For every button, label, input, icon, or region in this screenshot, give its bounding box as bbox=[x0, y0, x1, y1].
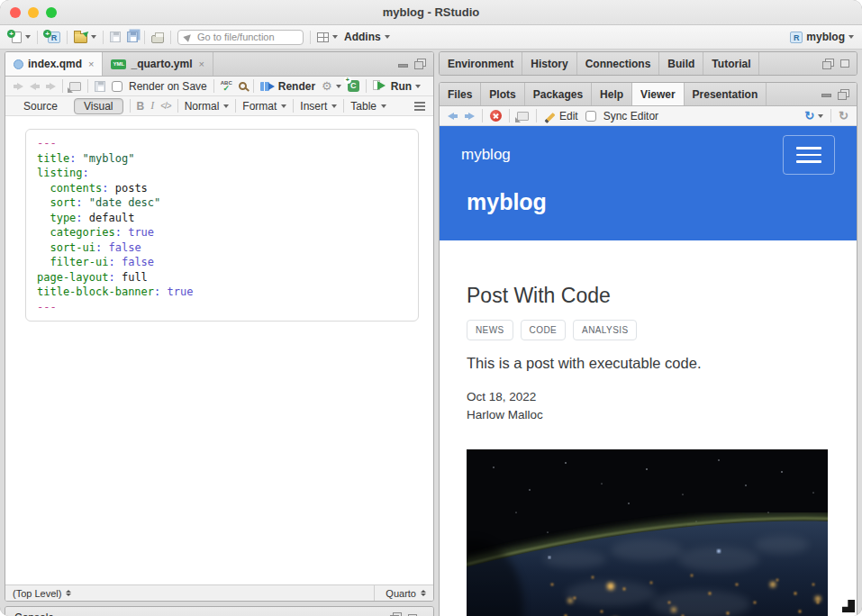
render-options-button[interactable]: ⚙ bbox=[322, 80, 341, 92]
save-document-icon[interactable] bbox=[95, 81, 105, 92]
refresh-icon[interactable]: ↻ bbox=[839, 110, 848, 122]
italic-button[interactable]: I bbox=[150, 99, 154, 113]
tab-connections[interactable]: Connections bbox=[577, 52, 660, 75]
code-line: categories: true bbox=[37, 225, 407, 240]
tab-files[interactable]: Files bbox=[440, 83, 481, 105]
visual-editor-body[interactable]: ---title: "myblog"listing: contents: pos… bbox=[5, 116, 433, 584]
minimize-pane-icon[interactable] bbox=[821, 94, 831, 97]
tab-plots[interactable]: Plots bbox=[481, 83, 524, 105]
tab-presentation[interactable]: Presentation bbox=[685, 83, 767, 105]
close-tab-icon[interactable]: × bbox=[88, 59, 94, 69]
insert-chunk-icon[interactable]: C bbox=[348, 80, 359, 92]
forward-icon[interactable] bbox=[46, 83, 56, 90]
tab-environment[interactable]: Environment bbox=[440, 52, 522, 75]
open-in-window-icon[interactable] bbox=[69, 82, 81, 91]
format-dropdown[interactable]: Format bbox=[242, 100, 286, 113]
insert-dropdown[interactable]: Insert bbox=[300, 100, 337, 113]
code-line: page-layout: full bbox=[37, 270, 407, 285]
sync-button[interactable]: ↻ bbox=[804, 110, 823, 122]
code-line: sort-ui: false bbox=[37, 240, 407, 256]
code-block[interactable]: ---title: "myblog"listing: contents: pos… bbox=[25, 129, 419, 322]
post-excerpt: This is a post with executable code. bbox=[467, 355, 830, 372]
post-tags: NEWSCODEANALYSIS bbox=[467, 320, 830, 340]
tag-badge-news[interactable]: NEWS bbox=[467, 320, 513, 340]
back-icon[interactable] bbox=[14, 83, 23, 90]
main-toolbar: + R+ Go to file/function Addins bbox=[0, 25, 862, 50]
tab-tutorial[interactable]: Tutorial bbox=[703, 52, 759, 75]
code-button[interactable]: </> bbox=[160, 101, 170, 111]
back-icon[interactable] bbox=[30, 83, 40, 90]
titlebar: myblog - RStudio bbox=[0, 0, 862, 25]
source-mode-button[interactable]: Source bbox=[14, 98, 68, 114]
print-button[interactable] bbox=[151, 35, 164, 43]
code-line: title: "myblog" bbox=[37, 151, 407, 167]
chevron-down-icon bbox=[331, 104, 337, 108]
run-button[interactable]: Run bbox=[373, 80, 421, 93]
new-file-button[interactable]: + bbox=[8, 32, 31, 43]
tab-index-qmd[interactable]: index.qmd × bbox=[5, 52, 103, 76]
divider bbox=[144, 31, 145, 44]
paragraph-style-dropdown[interactable]: Normal bbox=[185, 100, 230, 113]
scope-selector[interactable]: (Top Level) bbox=[13, 588, 61, 599]
language-mode-selector[interactable]: Quarto bbox=[374, 585, 426, 601]
close-tab-icon[interactable]: × bbox=[198, 59, 204, 69]
post-title-link[interactable]: Post With Code bbox=[467, 282, 830, 309]
restore-pane-icon[interactable] bbox=[414, 59, 426, 69]
viewer-forward-icon[interactable] bbox=[465, 113, 475, 120]
outline-toggle-icon[interactable] bbox=[414, 102, 425, 104]
tab-history[interactable]: History bbox=[522, 52, 576, 75]
tab-viewer[interactable]: Viewer bbox=[632, 83, 684, 105]
tab-label: _quarto.yml bbox=[131, 58, 192, 70]
pane-layout-button[interactable] bbox=[317, 32, 338, 42]
left-column: index.qmd × YML _quarto.yml × bbox=[5, 51, 434, 616]
save-all-button[interactable] bbox=[127, 32, 138, 42]
render-button[interactable]: Render bbox=[260, 80, 315, 93]
project-menu[interactable]: R myblog bbox=[790, 31, 854, 43]
editor-statusbar: (Top Level) Quarto bbox=[5, 584, 433, 601]
tag-badge-analysis[interactable]: ANALYSIS bbox=[573, 320, 637, 340]
tag-badge-code[interactable]: CODE bbox=[521, 320, 567, 340]
divider bbox=[170, 31, 171, 44]
stop-icon[interactable] bbox=[490, 110, 502, 122]
maximize-pane-icon[interactable] bbox=[840, 59, 849, 68]
spellcheck-icon[interactable]: ABC ✓ bbox=[221, 80, 232, 93]
render-on-save-checkbox[interactable] bbox=[112, 81, 122, 92]
tab-build[interactable]: Build bbox=[659, 52, 703, 75]
console-header[interactable]: Console bbox=[5, 607, 433, 616]
post-thumbnail-image[interactable] bbox=[467, 449, 828, 616]
edit-button[interactable]: Edit bbox=[544, 110, 578, 122]
pane-layout-caret-icon bbox=[332, 35, 338, 39]
code-line: title-block-banner: true bbox=[37, 285, 407, 300]
editor-toolbar: Render on Save ABC ✓ Render ⚙ bbox=[5, 77, 433, 96]
run-label: Run bbox=[391, 80, 412, 93]
code-line: type: default bbox=[37, 211, 407, 226]
tab-packages[interactable]: Packages bbox=[525, 83, 592, 105]
tab-help[interactable]: Help bbox=[592, 83, 632, 105]
restore-pane-icon[interactable] bbox=[822, 59, 834, 69]
sync-editor-checkbox[interactable] bbox=[585, 111, 596, 122]
hamburger-menu-button[interactable] bbox=[783, 135, 835, 175]
tab-label: index.qmd bbox=[28, 58, 82, 70]
code-line: --- bbox=[37, 300, 407, 315]
blog-brand-link[interactable]: myblog bbox=[461, 146, 511, 164]
open-file-button[interactable] bbox=[74, 31, 96, 43]
divider bbox=[103, 31, 104, 44]
save-button[interactable] bbox=[110, 32, 121, 42]
window-title: myblog - RStudio bbox=[0, 5, 862, 19]
minimize-pane-icon[interactable] bbox=[398, 64, 408, 68]
tab-quarto-yml[interactable]: YML _quarto.yml × bbox=[103, 52, 213, 76]
viewer-content: myblog myblog Post With Code NEWSCODEANA… bbox=[440, 126, 857, 616]
bold-button[interactable]: B bbox=[137, 100, 145, 113]
open-in-browser-icon[interactable] bbox=[517, 112, 529, 121]
restore-pane-icon[interactable] bbox=[838, 89, 849, 100]
goto-file-input[interactable]: Go to file/function bbox=[177, 30, 304, 45]
blog-banner-title: myblog bbox=[440, 184, 857, 240]
visual-mode-button[interactable]: Visual bbox=[74, 98, 122, 114]
new-project-button[interactable]: R+ bbox=[44, 32, 60, 43]
restore-pane-icon[interactable] bbox=[390, 612, 402, 616]
find-replace-icon[interactable] bbox=[239, 82, 247, 90]
table-dropdown[interactable]: Table bbox=[350, 100, 386, 113]
addins-menu[interactable]: Addins bbox=[344, 31, 390, 43]
environment-tabbar: EnvironmentHistoryConnectionsBuildTutori… bbox=[440, 52, 857, 75]
viewer-back-icon[interactable] bbox=[448, 113, 458, 120]
